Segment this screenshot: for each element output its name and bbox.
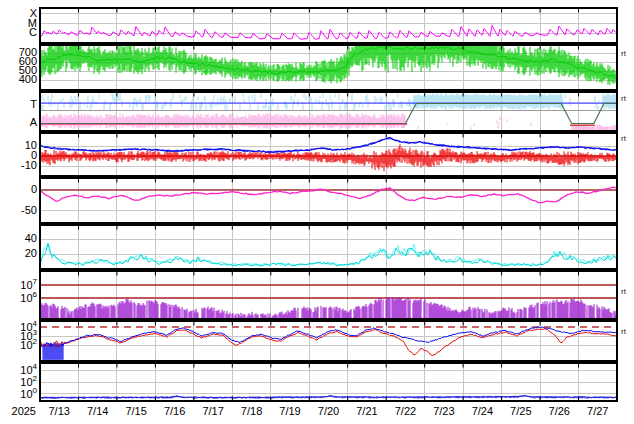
y-axis-tick-label-xray: C [0, 26, 37, 38]
panel-elec [40, 321, 617, 361]
x-axis-tick-label: 7/13 [38, 405, 80, 417]
rt-label-elec: rt [621, 327, 626, 336]
y-axis-tick-label-dens: 40 [0, 232, 37, 244]
x-axis-tick-label: 7/24 [461, 405, 503, 417]
day-ticks [79, 134, 579, 138]
panel-ta [40, 92, 617, 134]
y-axis-tick-label-b: -10 [0, 159, 37, 171]
y-axis-tick-label-dst: -50 [0, 204, 37, 216]
y-axis-tick-label-speed: 400 [0, 73, 37, 85]
day-ticks [79, 9, 579, 13]
rt-label-ta: rt [621, 94, 626, 103]
day-ticks [79, 272, 579, 276]
x-axis-tick-label: 7/17 [192, 405, 234, 417]
x-axis-tick-label: 7/26 [538, 405, 580, 417]
day-ticks [79, 322, 579, 326]
x-axis-tick-label: 7/23 [423, 405, 465, 417]
panel-b [40, 133, 617, 176]
x-axis-tick-label: 7/16 [154, 405, 196, 417]
xray-trace [40, 26, 617, 40]
y-axis-tick-label-lowprot: 104 [0, 363, 37, 376]
rt-label-b: rt [621, 134, 626, 143]
rt-label-speed: rt [621, 49, 626, 58]
rt-label-prot: rt [621, 287, 626, 296]
x-axis-tick-label: 7/14 [77, 405, 119, 417]
x-axis-tick-label: 7/21 [346, 405, 388, 417]
panel-dens [40, 225, 617, 269]
year-label: 2025 [0, 405, 36, 417]
solar-geophysical-activity-plot: 2025 XMC700600500400rtTArt100-10rt0-5040… [0, 0, 634, 424]
y-axis-tick-label-lowprot: 100 [0, 387, 37, 400]
panel-dst [40, 178, 617, 223]
y-axis-tick-label-ta: T [0, 98, 37, 110]
day-ticks [79, 226, 579, 230]
panel-xray [40, 8, 617, 43]
t-fuzz [41, 93, 617, 110]
panel-speed [40, 22, 617, 90]
bz-fuzz [40, 144, 617, 171]
x-axis-tick-label: 7/19 [269, 405, 311, 417]
y-axis-tick-label-lowprot: 102 [0, 375, 37, 388]
y-axis-tick-label-ta: A [0, 116, 37, 128]
panel-lowprot [40, 363, 617, 401]
x-axis-tick-label: 7/15 [115, 405, 157, 417]
proton-bars [40, 297, 617, 319]
panel-prot [40, 271, 617, 319]
y-axis-tick-label-dens: 20 [0, 247, 37, 259]
x-axis-tick-label: 7/22 [384, 405, 426, 417]
x-axis-tick-label: 7/20 [308, 405, 350, 417]
day-ticks [79, 179, 579, 183]
x-axis-tick-label: 7/25 [500, 405, 542, 417]
electron-flux-sat1-trace [40, 329, 617, 356]
x-axis-tick-label: 7/27 [577, 405, 619, 417]
y-axis-tick-label-prot: 106 [0, 291, 37, 304]
x-axis-tick-label: 7/18 [231, 405, 273, 417]
y-axis-tick-label-elec: 102 [0, 338, 37, 351]
panel-frame-dst [40, 178, 617, 223]
y-axis-tick-label-dst: 0 [0, 183, 37, 195]
plot-svg [0, 0, 634, 424]
bt-fuzz [40, 137, 617, 153]
y-axis-tick-label-prot: 107 [0, 278, 37, 291]
